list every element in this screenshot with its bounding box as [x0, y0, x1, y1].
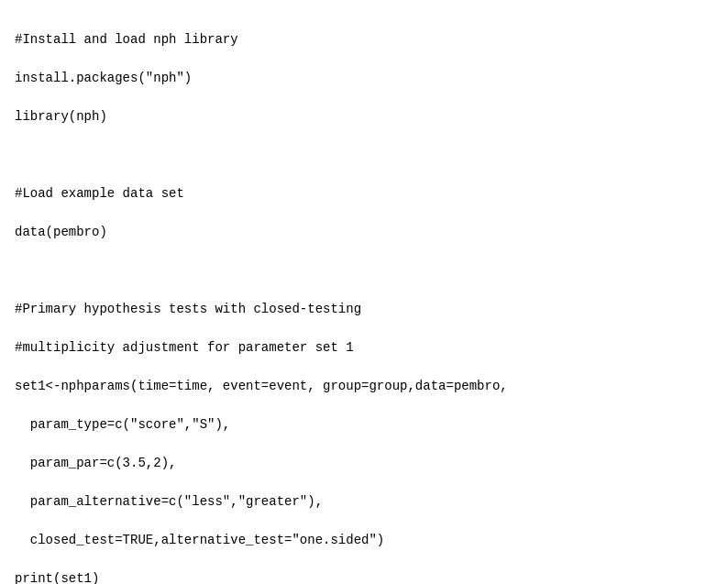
comment-primary-2: #multiplicity adjustment for parameter s…: [15, 340, 354, 355]
code-set1-line3: param_par=c(3.5,2),: [15, 456, 176, 470]
code-set1-line1: set1<-nphparams(time=time, event=event, …: [15, 379, 508, 393]
comment-primary-1: #Primary hypothesis tests with closed-te…: [15, 302, 361, 316]
code-set1-line2: param_type=c("score","S"),: [15, 417, 230, 432]
code-data-pembro: data(pembro): [15, 225, 107, 239]
code-container: #Install and load nph library install.pa…: [15, 11, 713, 584]
code-set1-line5: closed_test=TRUE,alternative_test="one.s…: [15, 533, 384, 547]
comment-install: #Install and load nph library: [15, 32, 238, 47]
comment-load: #Load example data set: [15, 186, 184, 201]
code-set1-line4: param_alternative=c("less","greater"),: [15, 494, 323, 509]
code-library-nph: library(nph): [15, 109, 107, 124]
code-print-set1: print(set1): [15, 571, 99, 584]
code-install-packages: install.packages("nph"): [15, 71, 192, 85]
